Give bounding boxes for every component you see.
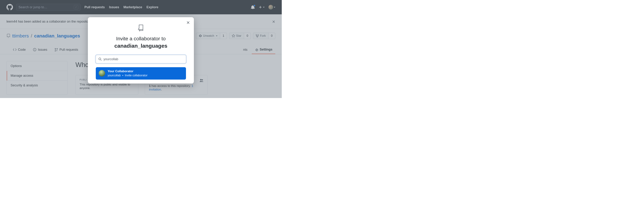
result-text: Your Collaborator yourcollab • Invite co… — [108, 69, 148, 77]
svg-point-2 — [99, 58, 101, 60]
invite-collaborator-modal: Invite a collaborator to canadian_langua… — [88, 17, 194, 84]
repo-icon — [138, 24, 144, 31]
result-username: yourcollab — [108, 74, 121, 77]
modal-title-line1: Invite a collaborator to — [116, 36, 166, 41]
close-icon[interactable] — [186, 21, 190, 24]
bullet: • — [122, 74, 124, 77]
result-action: Invite collaborator — [125, 74, 147, 77]
result-name: Your Collaborator — [108, 69, 148, 74]
search-icon — [98, 58, 102, 61]
modal-title: Invite a collaborator to canadian_langua… — [96, 35, 186, 50]
modal-title-line2: canadian_languages — [96, 42, 186, 50]
collaborator-search-input[interactable] — [104, 57, 183, 61]
avatar — [99, 70, 105, 77]
modal-overlay[interactable]: Invite a collaborator to canadian_langua… — [0, 0, 282, 98]
collaborator-search[interactable] — [96, 55, 186, 63]
collaborator-result[interactable]: Your Collaborator yourcollab • Invite co… — [96, 67, 186, 80]
